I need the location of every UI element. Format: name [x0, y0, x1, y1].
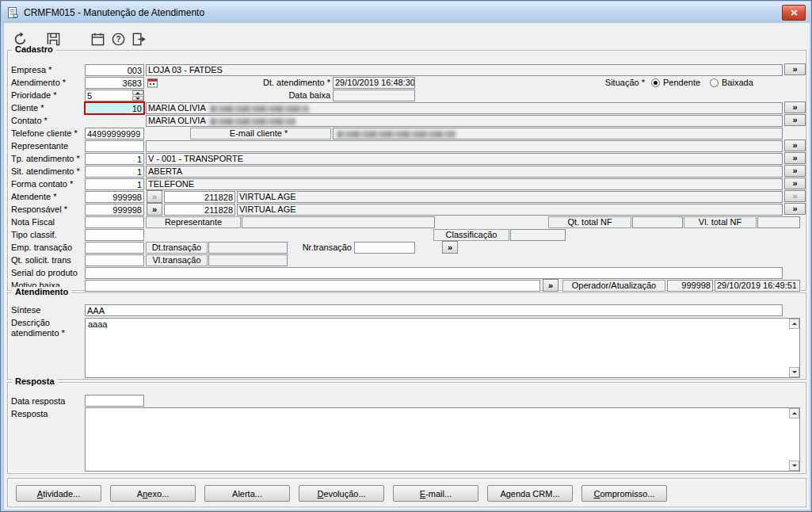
motivo-baixa-input[interactable]	[85, 280, 540, 292]
atendimento-numero-input[interactable]	[85, 77, 144, 89]
tipo-classif-label: Tipo classif.	[11, 229, 82, 241]
contato-lookup-button[interactable]: »	[784, 114, 806, 126]
atendente-lookup-small-button[interactable]: »	[147, 190, 162, 203]
transacao-lookup-button[interactable]: »	[442, 241, 458, 254]
sintese-input[interactable]	[85, 304, 783, 316]
contato-label: Contato *	[11, 115, 82, 127]
situacao-radio-pendente[interactable]	[651, 78, 660, 87]
descricao-atendimento-label: Descrição atendimento *	[11, 318, 79, 338]
exit-button[interactable]	[129, 29, 149, 49]
dt-atendimento-value: 29/10/2019 16:48:30	[333, 77, 415, 89]
date-picker-icon[interactable]	[147, 78, 158, 88]
arrow-down-icon	[135, 97, 140, 100]
prioridade-spin-down-button[interactable]	[132, 96, 143, 101]
telefone-cliente-input[interactable]	[85, 128, 144, 139]
prioridade-label: Prioridade *	[11, 90, 82, 101]
responsavel-lookup-small-button[interactable]: »	[147, 203, 162, 216]
atendente-code-input[interactable]	[85, 191, 144, 203]
button-label-part: A	[137, 489, 143, 499]
responsavel-lookup-button[interactable]: »	[784, 203, 806, 215]
vl-total-nf-value	[757, 216, 800, 228]
descricao-scroll-down-button[interactable]	[789, 367, 799, 377]
classificacao-value	[510, 229, 566, 241]
emp-transacao-label: Emp. transação	[11, 242, 82, 254]
qt-solicit-trans-input[interactable]	[85, 254, 144, 266]
close-button[interactable]	[782, 5, 806, 21]
responsavel-code-input[interactable]	[85, 204, 144, 216]
resposta-scroll-down-button[interactable]	[789, 460, 799, 471]
atendente-label: Atendente *	[11, 191, 82, 203]
sit-atendimento-desc: ABERTA	[146, 166, 783, 178]
atendimento-label: Atendimento *	[11, 77, 82, 89]
empresa-code-input[interactable]	[85, 64, 144, 76]
tp-atendimento-label: Tp. atendimento *	[11, 153, 84, 165]
descricao-atendimento-textarea[interactable]	[85, 318, 800, 378]
title-bar[interactable]: CRMFM015 - Manutenção de Atendimento	[2, 2, 810, 23]
tp-atendimento-lookup-button[interactable]: »	[784, 152, 806, 164]
button-label-part: Alerta...	[232, 489, 262, 499]
nr-transacao-input[interactable]	[354, 242, 415, 254]
atendimento-group: Atendimento Síntese Descrição atendiment…	[7, 292, 806, 380]
resposta-scroll-up-button[interactable]	[789, 408, 799, 418]
help-icon: ?	[111, 32, 126, 47]
tp-atendimento-code-input[interactable]	[85, 153, 144, 165]
situacao-radio-baixada[interactable]	[710, 78, 719, 87]
serial-produto-input[interactable]	[85, 267, 783, 279]
atividade-button[interactable]: Atividade...	[16, 485, 101, 502]
app-icon	[6, 6, 19, 19]
situacao-baixada-label: Baixada	[722, 77, 761, 89]
cadastro-group-title: Cadastro	[12, 44, 56, 54]
redacted-text	[210, 118, 295, 125]
svg-text:?: ?	[116, 35, 120, 44]
sintese-label: Síntese	[11, 304, 82, 316]
forma-contato-code-input[interactable]	[85, 178, 144, 190]
empresa-lookup-button[interactable]: »	[784, 63, 806, 75]
descricao-scroll-up-button[interactable]	[789, 319, 799, 329]
button-label-part: ompromisso...	[600, 489, 654, 499]
agenda-button[interactable]	[88, 29, 108, 49]
vl-total-nf-header: Vl. total NF	[684, 216, 757, 228]
data-resposta-input[interactable]	[85, 395, 144, 407]
dt-transacao-header: Dt.transação	[146, 242, 208, 254]
forma-contato-lookup-button[interactable]: »	[784, 178, 806, 189]
tipo-classif-input[interactable]	[85, 229, 144, 241]
devolucao-button[interactable]: Devolução...	[299, 485, 384, 502]
cliente-desc: MARIA OLIVIA	[146, 102, 783, 114]
calendar-icon	[90, 32, 105, 47]
qt-solicit-trans-label: Qt. solicit. trans	[11, 254, 84, 266]
representante-code-input[interactable]	[85, 140, 144, 152]
responsavel-label: Responsável *	[11, 204, 82, 216]
close-icon	[791, 10, 798, 16]
help-button[interactable]: ?	[109, 29, 128, 49]
compromisso-button[interactable]: Compromisso...	[581, 485, 667, 502]
emp-transacao-input[interactable]	[85, 242, 144, 254]
button-label-part: C	[593, 489, 600, 499]
resposta-textarea[interactable]	[85, 407, 800, 472]
redacted-text	[210, 105, 309, 113]
nota-fiscal-input[interactable]	[85, 216, 144, 228]
prioridade-spin-up-button[interactable]	[132, 90, 143, 95]
button-label-part: A	[37, 489, 43, 499]
qt-total-nf-value	[632, 216, 683, 228]
anexo-button[interactable]: Anexo...	[110, 485, 196, 502]
empresa-desc: LOJA 03 - FATDES	[146, 64, 783, 76]
representante-lookup-button[interactable]: »	[784, 139, 806, 151]
email-button[interactable]: E-mail...	[393, 485, 478, 502]
sit-atendimento-lookup-button[interactable]: »	[784, 165, 806, 177]
alerta-button[interactable]: Alerta...	[204, 485, 290, 502]
motivo-baixa-lookup-button[interactable]: »	[543, 279, 558, 292]
atendimento-group-title: Atendimento	[12, 287, 71, 296]
cliente-code-input[interactable]	[85, 102, 144, 114]
sit-atendimento-code-input[interactable]	[85, 166, 144, 178]
atendente-matricula-input[interactable]	[164, 191, 235, 203]
agenda-crm-button[interactable]: Agenda CRM...	[487, 485, 573, 502]
atendente-lookup-button[interactable]: »	[784, 190, 806, 202]
situacao-label: Situação *	[562, 77, 645, 89]
window-title: CRMFM015 - Manutenção de Atendimento	[24, 7, 204, 18]
dt-atendimento-label: Dt. atendimento *	[198, 77, 330, 89]
situacao-pendente-label: Pendente	[663, 77, 707, 89]
email-cliente-label: E-mail cliente *	[190, 128, 331, 139]
responsavel-matricula-input[interactable]	[164, 204, 235, 216]
cliente-lookup-button[interactable]: »	[784, 101, 806, 113]
nr-transacao-label: Nr.transação	[290, 242, 352, 254]
